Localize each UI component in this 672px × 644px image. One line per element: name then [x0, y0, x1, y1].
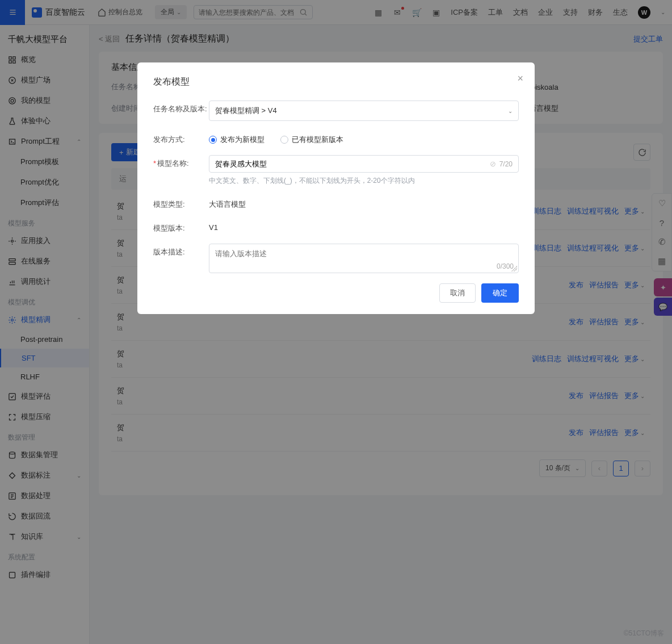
- field-label: 模型版本:: [153, 220, 209, 233]
- publish-modal: 发布模型 × 任务名称及版本: 贺春模型精调 > V4 ⌄ 发布方式: 发布为新…: [137, 62, 535, 314]
- cancel-button[interactable]: 取消: [439, 283, 476, 303]
- field-hint: 中文英文、数字、下划线(_)，不能以下划线为开头，2-20个字符以内: [209, 176, 519, 186]
- version-desc-input[interactable]: [215, 249, 513, 266]
- char-counter: 7/20: [499, 160, 513, 168]
- field-label: 模型类型:: [153, 196, 209, 210]
- radio-new-model[interactable]: 发布为新模型: [209, 135, 264, 145]
- field-label: *模型名称:: [153, 155, 209, 169]
- field-label: 任务名称及版本:: [153, 101, 209, 114]
- version-desc-wrap: 0/300: [209, 244, 519, 273]
- field-label: 版本描述:: [153, 244, 209, 257]
- model-name-input-wrap: ⊘ 7/20: [209, 155, 519, 173]
- model-type-value: 大语言模型: [209, 196, 519, 210]
- close-icon[interactable]: ×: [517, 73, 523, 85]
- field-label: 发布方式:: [153, 131, 209, 145]
- chevron-down-icon: ⌄: [508, 108, 513, 114]
- clear-icon[interactable]: ⊘: [490, 160, 496, 168]
- modal-overlay[interactable]: 发布模型 × 任务名称及版本: 贺春模型精调 > V4 ⌄ 发布方式: 发布为新…: [0, 0, 672, 644]
- ok-button[interactable]: 确定: [481, 283, 519, 303]
- radio-existing-model[interactable]: 已有模型新版本: [280, 135, 343, 145]
- model-name-input[interactable]: [215, 160, 486, 168]
- task-version-select[interactable]: 贺春模型精调 > V4 ⌄: [209, 101, 519, 121]
- model-version-value: V1: [209, 220, 519, 232]
- modal-title: 发布模型: [153, 76, 519, 88]
- resize-handle[interactable]: [511, 266, 517, 271]
